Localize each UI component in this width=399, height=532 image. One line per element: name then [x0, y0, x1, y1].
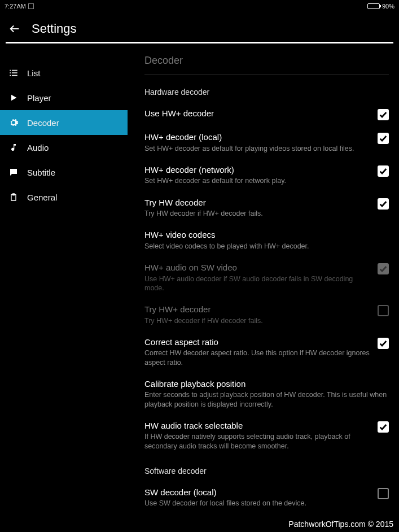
setting-title: HW+ decoder (local) — [144, 132, 371, 143]
app-header: Settings — [0, 12, 399, 42]
status-time: 7:27AM — [5, 3, 26, 10]
content-pane: Decoder Hardware decoder Use HW+ decoder… — [128, 43, 399, 530]
category-software: Software decoder — [144, 454, 389, 479]
sidebar-item-label: List — [27, 68, 40, 78]
status-bar: 7:27AM 90% — [0, 0, 399, 12]
setting-hw-audio-sw: HW+ audio on SW video Use HW+ audio deco… — [144, 254, 389, 296]
setting-use-hw-plus[interactable]: Use HW+ decoder — [144, 100, 389, 124]
setting-title: SW decoder (local) — [144, 487, 371, 498]
checkbox[interactable] — [378, 421, 389, 433]
setting-title: HW audio track selectable — [144, 420, 371, 431]
setting-title: Use HW+ decoder — [144, 108, 371, 119]
svg-rect-3 — [10, 72, 11, 73]
battery-icon — [367, 3, 380, 9]
sidebar-item-label: Decoder — [27, 118, 59, 128]
checkbox-disabled — [378, 263, 389, 274]
sidebar-item-label: Audio — [27, 143, 49, 152]
setting-subtitle: Try HW+ decoder if HW decoder fails. — [144, 316, 371, 325]
watermark: PatchworkOfTips.com © 2015 — [288, 520, 393, 529]
setting-title: Correct aspect ratio — [144, 337, 371, 348]
setting-subtitle: Select video codecs to be played with HW… — [144, 242, 389, 251]
setting-aspect[interactable]: Correct aspect ratio Correct HW decoder … — [144, 329, 389, 370]
page-title: Settings — [32, 21, 77, 36]
setting-hw-audio-track[interactable]: HW audio track selectable If HW decoder … — [144, 412, 389, 454]
gear-icon — [8, 117, 19, 128]
sidebar-item-label: General — [27, 193, 57, 202]
checkbox[interactable] — [378, 109, 389, 120]
checkbox[interactable] — [378, 338, 389, 349]
setting-hw-plus-local[interactable]: HW+ decoder (local) Set HW+ decoder as d… — [144, 124, 389, 156]
setting-hw-codecs[interactable]: HW+ video codecs Select video codecs to … — [144, 221, 389, 254]
setting-try-hw-plus: Try HW+ decoder Try HW+ decoder if HW de… — [144, 296, 389, 329]
list-icon — [8, 67, 19, 79]
back-button[interactable] — [8, 22, 21, 36]
setting-title: HW+ video codecs — [144, 229, 389, 241]
status-app-icon — [28, 3, 34, 9]
setting-subtitle: If HW decoder natively supports selectin… — [144, 432, 371, 451]
svg-rect-1 — [10, 70, 11, 71]
svg-rect-2 — [12, 70, 17, 71]
setting-subtitle: Set HW+ decoder as default for playing v… — [144, 144, 371, 153]
checkbox[interactable] — [378, 198, 389, 210]
play-icon — [8, 92, 19, 103]
setting-title: Try HW+ decoder — [144, 304, 371, 315]
setting-try-hw[interactable]: Try HW decoder Try HW decoder if HW+ dec… — [144, 189, 389, 222]
subtitle-icon — [8, 167, 19, 178]
setting-subtitle: Set HW+ decoder as default for network p… — [144, 176, 371, 185]
setting-hw-plus-network[interactable]: HW+ decoder (network) Set HW+ decoder as… — [144, 156, 389, 189]
setting-title: HW+ audio on SW video — [144, 262, 371, 273]
setting-subtitle: Use SW decoder for local files stored on… — [144, 499, 371, 508]
sidebar-item-subtitle[interactable]: Subtitle — [0, 160, 128, 185]
setting-title: HW+ decoder (network) — [144, 164, 371, 176]
sidebar-item-general[interactable]: General — [0, 185, 128, 210]
checkbox[interactable] — [378, 133, 389, 144]
sidebar-item-player[interactable]: Player — [0, 85, 128, 110]
battery-pct: 90% — [382, 3, 394, 10]
svg-rect-5 — [10, 75, 11, 76]
music-note-icon — [8, 142, 19, 153]
category-hardware: Hardware decoder — [144, 75, 389, 100]
checkbox[interactable] — [378, 165, 389, 177]
setting-title: Try HW decoder — [144, 197, 371, 208]
sidebar-item-label: Subtitle — [27, 168, 55, 177]
setting-subtitle: Correct HW decoder aspect ratio. Use thi… — [144, 348, 371, 367]
setting-subtitle: Enter seconds to adjust playback positio… — [144, 390, 389, 409]
sidebar-item-label: Player — [27, 93, 51, 103]
setting-calibrate[interactable]: Calibrate playback position Enter second… — [144, 370, 389, 412]
checkbox[interactable] — [378, 488, 389, 499]
setting-subtitle: Use HW+ audio decoder if SW audio decode… — [144, 274, 371, 293]
section-title: Decoder — [144, 43, 389, 75]
setting-subtitle: Try HW decoder if HW+ decoder fails. — [144, 209, 371, 218]
clipboard-icon — [8, 191, 19, 203]
setting-title: Calibrate playback position — [144, 378, 389, 390]
setting-sw-local[interactable]: SW decoder (local) Use SW decoder for lo… — [144, 479, 389, 512]
checkbox-disabled — [378, 305, 389, 316]
svg-marker-7 — [11, 95, 16, 101]
svg-rect-6 — [12, 75, 17, 76]
sidebar-item-decoder[interactable]: Decoder — [0, 110, 128, 135]
sidebar-item-audio[interactable]: Audio — [0, 135, 128, 160]
svg-rect-4 — [12, 72, 17, 73]
sidebar: List Player Decoder Audio Subtitle — [0, 43, 128, 530]
sidebar-item-list[interactable]: List — [0, 60, 128, 85]
